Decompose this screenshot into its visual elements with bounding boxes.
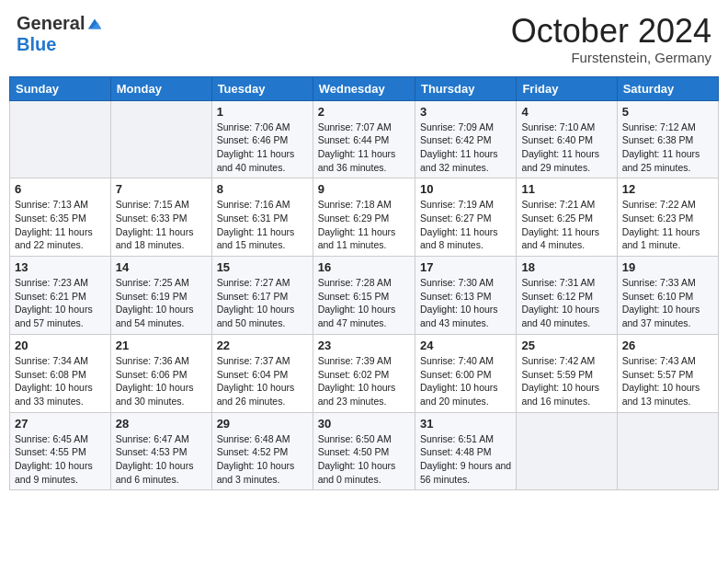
calendar-day-cell: 29Sunrise: 6:48 AMSunset: 4:52 PMDayligh…	[211, 412, 313, 490]
calendar-day-cell: 21Sunrise: 7:36 AMSunset: 6:06 PMDayligh…	[110, 334, 211, 412]
day-number: 26	[622, 339, 713, 352]
day-number: 27	[15, 417, 106, 431]
calendar-day-cell	[10, 100, 111, 178]
calendar-day-cell: 28Sunrise: 6:47 AMSunset: 4:53 PMDayligh…	[110, 412, 211, 490]
day-number: 19	[622, 260, 713, 274]
calendar-day-cell: 23Sunrise: 7:39 AMSunset: 6:02 PMDayligh…	[313, 334, 415, 412]
calendar-day-cell: 8Sunrise: 7:16 AMSunset: 6:31 PMDaylight…	[211, 178, 313, 257]
day-number: 1	[217, 105, 308, 119]
day-number: 10	[420, 182, 511, 196]
location-subtitle: Furstenstein, Germany	[511, 50, 711, 65]
calendar-day-cell: 30Sunrise: 6:50 AMSunset: 4:50 PMDayligh…	[313, 412, 415, 490]
calendar-day-cell: 25Sunrise: 7:42 AMSunset: 5:59 PMDayligh…	[517, 334, 617, 412]
calendar-day-cell: 31Sunrise: 6:51 AMSunset: 4:48 PMDayligh…	[415, 412, 516, 490]
day-info: Sunrise: 7:39 AMSunset: 6:02 PMDaylight:…	[318, 354, 410, 408]
calendar-day-cell: 2Sunrise: 7:07 AMSunset: 6:44 PMDaylight…	[313, 100, 415, 178]
logo-blue-text: Blue	[17, 34, 56, 55]
day-number: 24	[420, 339, 511, 352]
calendar-day-cell: 4Sunrise: 7:10 AMSunset: 6:40 PMDaylight…	[517, 100, 617, 178]
day-number: 29	[217, 417, 308, 431]
day-number: 6	[15, 182, 106, 196]
day-info: Sunrise: 7:19 AMSunset: 6:27 PMDaylight:…	[420, 198, 511, 252]
calendar-day-cell: 15Sunrise: 7:27 AMSunset: 6:17 PMDayligh…	[211, 257, 313, 335]
calendar-week-row: 6Sunrise: 7:13 AMSunset: 6:35 PMDaylight…	[10, 178, 719, 257]
calendar-day-cell: 24Sunrise: 7:40 AMSunset: 6:00 PMDayligh…	[415, 334, 516, 412]
logo-general-text: General	[17, 13, 85, 34]
day-info: Sunrise: 6:47 AMSunset: 4:53 PMDaylight:…	[116, 432, 207, 487]
day-number: 23	[318, 339, 410, 352]
calendar-day-cell	[517, 412, 617, 490]
calendar-day-cell: 18Sunrise: 7:31 AMSunset: 6:12 PMDayligh…	[517, 257, 617, 335]
day-number: 30	[318, 417, 410, 431]
day-info: Sunrise: 7:07 AMSunset: 6:44 PMDaylight:…	[318, 121, 410, 175]
day-number: 16	[318, 260, 410, 274]
day-info: Sunrise: 7:40 AMSunset: 6:00 PMDaylight:…	[420, 354, 511, 408]
day-number: 20	[15, 339, 106, 352]
day-number: 4	[521, 105, 611, 119]
day-info: Sunrise: 6:51 AMSunset: 4:48 PMDaylight:…	[420, 432, 511, 487]
day-number: 12	[622, 182, 713, 196]
calendar-day-cell: 6Sunrise: 7:13 AMSunset: 6:35 PMDaylight…	[10, 178, 111, 257]
day-of-week-header: Saturday	[617, 76, 718, 100]
day-info: Sunrise: 7:36 AMSunset: 6:06 PMDaylight:…	[116, 354, 207, 408]
day-number: 25	[521, 339, 611, 352]
calendar-day-cell: 26Sunrise: 7:43 AMSunset: 5:57 PMDayligh…	[617, 334, 718, 412]
day-info: Sunrise: 6:50 AMSunset: 4:50 PMDaylight:…	[318, 432, 410, 487]
calendar-day-cell	[110, 100, 211, 178]
calendar-day-cell: 20Sunrise: 7:34 AMSunset: 6:08 PMDayligh…	[10, 334, 111, 412]
day-info: Sunrise: 7:06 AMSunset: 6:46 PMDaylight:…	[217, 121, 308, 175]
day-number: 22	[217, 339, 308, 352]
day-info: Sunrise: 7:12 AMSunset: 6:38 PMDaylight:…	[622, 121, 713, 175]
calendar-day-cell: 27Sunrise: 6:45 AMSunset: 4:55 PMDayligh…	[10, 412, 111, 490]
calendar-day-cell: 19Sunrise: 7:33 AMSunset: 6:10 PMDayligh…	[617, 257, 718, 335]
day-number: 21	[116, 339, 207, 352]
calendar-day-cell: 12Sunrise: 7:22 AMSunset: 6:23 PMDayligh…	[617, 178, 718, 257]
day-of-week-header: Monday	[110, 76, 211, 100]
day-number: 14	[116, 260, 207, 274]
calendar-header-row: SundayMondayTuesdayWednesdayThursdayFrid…	[10, 76, 719, 100]
day-number: 13	[15, 260, 106, 274]
day-info: Sunrise: 7:23 AMSunset: 6:21 PMDaylight:…	[15, 276, 106, 330]
day-info: Sunrise: 7:31 AMSunset: 6:12 PMDaylight:…	[521, 276, 611, 330]
page-header: General Blue October 2024 Furstenstein, …	[9, 9, 719, 69]
day-number: 28	[116, 417, 207, 431]
calendar-day-cell: 11Sunrise: 7:21 AMSunset: 6:25 PMDayligh…	[517, 178, 617, 257]
calendar-table: SundayMondayTuesdayWednesdayThursdayFrid…	[9, 76, 719, 491]
day-info: Sunrise: 7:22 AMSunset: 6:23 PMDaylight:…	[622, 198, 713, 252]
day-number: 8	[217, 182, 308, 196]
logo: General Blue	[17, 13, 103, 55]
day-info: Sunrise: 7:43 AMSunset: 5:57 PMDaylight:…	[622, 354, 713, 408]
day-info: Sunrise: 7:28 AMSunset: 6:15 PMDaylight:…	[318, 276, 410, 330]
day-info: Sunrise: 7:37 AMSunset: 6:04 PMDaylight:…	[217, 354, 308, 408]
calendar-day-cell: 7Sunrise: 7:15 AMSunset: 6:33 PMDaylight…	[110, 178, 211, 257]
day-number: 18	[521, 260, 611, 274]
day-info: Sunrise: 7:09 AMSunset: 6:42 PMDaylight:…	[420, 121, 511, 175]
day-info: Sunrise: 7:16 AMSunset: 6:31 PMDaylight:…	[217, 198, 308, 252]
logo-icon	[86, 16, 103, 32]
day-number: 11	[521, 182, 611, 196]
day-info: Sunrise: 7:15 AMSunset: 6:33 PMDaylight:…	[116, 198, 207, 252]
calendar-week-row: 13Sunrise: 7:23 AMSunset: 6:21 PMDayligh…	[10, 257, 719, 335]
day-info: Sunrise: 7:25 AMSunset: 6:19 PMDaylight:…	[116, 276, 207, 330]
calendar-week-row: 27Sunrise: 6:45 AMSunset: 4:55 PMDayligh…	[10, 412, 719, 490]
day-number: 9	[318, 182, 410, 196]
day-info: Sunrise: 7:18 AMSunset: 6:29 PMDaylight:…	[318, 198, 410, 252]
calendar-week-row: 1Sunrise: 7:06 AMSunset: 6:46 PMDaylight…	[10, 100, 719, 178]
month-title: October 2024	[511, 13, 711, 50]
calendar-day-cell: 9Sunrise: 7:18 AMSunset: 6:29 PMDaylight…	[313, 178, 415, 257]
calendar-week-row: 20Sunrise: 7:34 AMSunset: 6:08 PMDayligh…	[10, 334, 719, 412]
day-number: 7	[116, 182, 207, 196]
day-of-week-header: Tuesday	[211, 76, 313, 100]
day-number: 3	[420, 105, 511, 119]
day-info: Sunrise: 7:30 AMSunset: 6:13 PMDaylight:…	[420, 276, 511, 330]
day-info: Sunrise: 7:13 AMSunset: 6:35 PMDaylight:…	[15, 198, 106, 252]
day-of-week-header: Friday	[517, 76, 617, 100]
day-info: Sunrise: 7:21 AMSunset: 6:25 PMDaylight:…	[521, 198, 611, 252]
day-of-week-header: Thursday	[415, 76, 516, 100]
day-info: Sunrise: 7:33 AMSunset: 6:10 PMDaylight:…	[622, 276, 713, 330]
calendar-day-cell: 13Sunrise: 7:23 AMSunset: 6:21 PMDayligh…	[10, 257, 111, 335]
calendar-day-cell: 10Sunrise: 7:19 AMSunset: 6:27 PMDayligh…	[415, 178, 516, 257]
calendar-day-cell: 16Sunrise: 7:28 AMSunset: 6:15 PMDayligh…	[313, 257, 415, 335]
day-number: 17	[420, 260, 511, 274]
day-of-week-header: Wednesday	[313, 76, 415, 100]
